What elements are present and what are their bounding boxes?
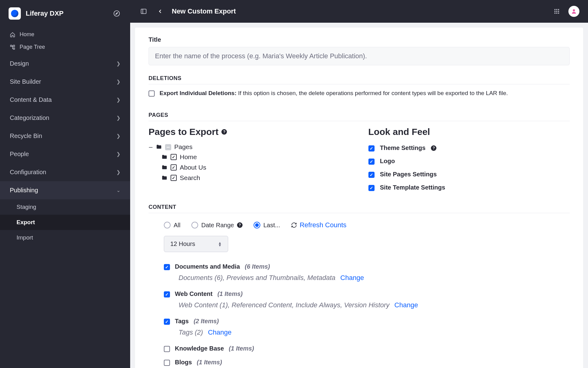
tree-root[interactable]: – Pages [149, 142, 350, 152]
site-pages-checkbox[interactable] [368, 172, 375, 178]
svg-rect-11 [556, 11, 557, 12]
title-input[interactable] [149, 47, 570, 65]
home-label: Home [20, 31, 34, 38]
content-item-checkbox[interactable] [164, 360, 170, 366]
radio-date-range[interactable]: Date Range ? [191, 222, 243, 229]
collapse-icon[interactable]: – [149, 143, 153, 151]
tree-item[interactable]: Search [161, 173, 350, 183]
svg-rect-5 [141, 9, 146, 14]
title-label: Title [149, 36, 570, 43]
help-icon[interactable]: ? [431, 145, 436, 151]
sidebar-subitem-import[interactable]: Import [0, 230, 130, 245]
chevron-right-icon: ❯ [116, 61, 120, 67]
compass-icon[interactable] [112, 9, 122, 18]
sidebar-item-configuration[interactable]: Configuration ❯ [0, 163, 130, 181]
change-link[interactable]: Change [394, 301, 418, 309]
svg-rect-15 [558, 13, 559, 13]
theme-settings-checkbox[interactable] [368, 145, 375, 151]
svg-rect-14 [556, 13, 557, 13]
tree-item[interactable]: Home [161, 152, 350, 162]
refresh-icon [291, 222, 297, 228]
svg-rect-9 [558, 9, 559, 10]
tree-item[interactable]: About Us [161, 162, 350, 173]
content-item-checkbox[interactable] [164, 291, 170, 297]
sidebar-item-home[interactable]: Home [0, 28, 130, 41]
select-arrows-icon: ▲▼ [218, 242, 222, 247]
folder-icon [156, 144, 162, 150]
logo-checkbox[interactable] [368, 159, 375, 165]
content-item-name: Blogs [175, 359, 192, 366]
sidebar-item-page-tree[interactable]: Page Tree [0, 41, 130, 53]
sidebar: Liferay DXP Home Page Tree Design ❯ Site… [0, 0, 130, 368]
export-deletions-text: Export Individual Deletions: If this opt… [160, 90, 508, 97]
laf-item-site-pages: Site Pages Settings [368, 168, 570, 181]
page-tree-label: Page Tree [20, 44, 45, 50]
svg-rect-12 [558, 11, 559, 12]
laf-item-logo: Logo [368, 155, 570, 168]
change-link[interactable]: Change [340, 274, 364, 282]
svg-rect-13 [555, 13, 556, 13]
svg-rect-4 [13, 48, 15, 49]
help-icon[interactable]: ? [221, 129, 227, 135]
pages-heading: PAGES [149, 112, 570, 118]
content-item: Web Content(1 Items)Web Content (1), Ref… [164, 288, 570, 313]
radio-last[interactable]: Last... [254, 222, 280, 229]
svg-rect-2 [10, 45, 12, 47]
tree-item-label: Home [180, 153, 197, 161]
site-template-checkbox[interactable] [368, 185, 375, 191]
tree-item-label: Search [180, 174, 200, 182]
content-item-checkbox[interactable] [164, 319, 170, 325]
content-heading: CONTENT [149, 204, 570, 210]
content-item: Knowledge Base(1 Items) [164, 343, 570, 355]
topbar: New Custom Export [130, 0, 588, 23]
content-item-checkbox[interactable] [164, 264, 170, 270]
sidebar-item-design[interactable]: Design ❯ [0, 55, 130, 73]
svg-rect-8 [556, 9, 557, 10]
sidebar-header: Liferay DXP [0, 0, 130, 27]
sidebar-subitem-export[interactable]: Export [0, 215, 130, 230]
apps-grid-icon[interactable] [552, 6, 562, 16]
svg-point-16 [573, 9, 575, 11]
back-icon[interactable] [155, 6, 165, 16]
help-icon[interactable]: ? [237, 222, 243, 228]
svg-rect-7 [555, 9, 556, 10]
chevron-right-icon: ❯ [116, 97, 120, 103]
page-title: New Custom Export [172, 7, 236, 15]
content-item: Blogs(1 Items) [164, 356, 570, 368]
pages-root-checkbox[interactable] [165, 144, 171, 150]
content-item-checkbox[interactable] [164, 346, 170, 352]
last-period-select[interactable]: 12 Hours ▲▼ [164, 236, 228, 252]
content-item-count: (1 Items) [229, 345, 254, 352]
content-item: Tags(2 Items)Tags (2)Change [164, 315, 570, 341]
sidebar-item-site-builder[interactable]: Site Builder ❯ [0, 73, 130, 91]
sidebar-subitem-staging[interactable]: Staging [0, 199, 130, 215]
content-item-count: (1 Items) [217, 290, 243, 297]
sidebar-item-categorization[interactable]: Categorization ❯ [0, 109, 130, 127]
sidebar-toggle-icon[interactable] [139, 6, 149, 16]
app-logo[interactable] [9, 7, 21, 20]
app-name: Liferay DXP [26, 10, 107, 17]
deletions-heading: DELETIONS [149, 75, 570, 82]
sidebar-item-content-data[interactable]: Content & Data ❯ [0, 91, 130, 109]
chevron-right-icon: ❯ [116, 169, 120, 175]
svg-rect-3 [13, 45, 15, 47]
content-item: Documents and Media(6 Items)Documents (6… [164, 261, 570, 286]
content-item-name: Knowledge Base [175, 345, 224, 352]
sidebar-top: Home Page Tree [0, 27, 130, 55]
sidebar-item-people[interactable]: People ❯ [0, 145, 130, 163]
user-avatar[interactable] [568, 6, 579, 17]
refresh-counts[interactable]: Refresh Counts [291, 221, 346, 229]
page-checkbox[interactable] [171, 164, 177, 171]
sidebar-item-recycle-bin[interactable]: Recycle Bin ❯ [0, 127, 130, 145]
svg-rect-10 [555, 11, 556, 12]
change-link[interactable]: Change [208, 328, 232, 336]
content-item-name: Web Content [175, 290, 213, 297]
content-item-count: (2 Items) [194, 318, 219, 325]
page-checkbox[interactable] [171, 175, 177, 181]
export-deletions-checkbox[interactable] [149, 90, 155, 97]
radio-all[interactable]: All [164, 222, 180, 229]
content-item-count: (6 Items) [245, 263, 270, 270]
main: New Custom Export Title DELETIONS Export… [130, 0, 588, 368]
sidebar-item-publishing[interactable]: Publishing ⌄ [0, 181, 130, 199]
page-checkbox[interactable] [171, 154, 177, 160]
